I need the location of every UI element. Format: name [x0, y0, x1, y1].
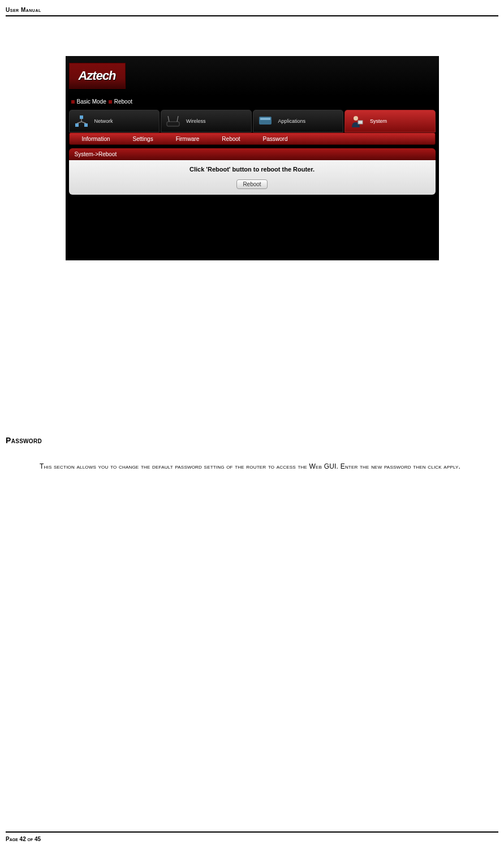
tab-system[interactable]: System	[344, 110, 436, 132]
reboot-message: Click 'Reboot' button to reboot the Rout…	[75, 166, 430, 173]
screenshot-empty-area	[66, 195, 439, 260]
submenu-settings[interactable]: Settings	[133, 136, 153, 142]
tab-wireless[interactable]: Wireless	[161, 110, 252, 132]
reboot-button[interactable]: Reboot	[236, 179, 267, 189]
submenu-information[interactable]: Information	[82, 136, 110, 142]
svg-line-5	[177, 116, 178, 122]
panel-header: System->Reboot	[69, 148, 436, 160]
tab-label: Applications	[278, 118, 306, 124]
section-heading-password: Password	[6, 436, 498, 445]
svg-rect-0	[80, 115, 83, 119]
system-user-icon	[347, 112, 367, 130]
main-tabs: Network Wireless Applications System	[66, 108, 439, 132]
svg-rect-7	[260, 118, 270, 120]
applications-icon	[256, 112, 275, 130]
svg-rect-2	[84, 123, 88, 127]
tab-label: Network	[94, 118, 113, 124]
page-footer: Page 42 of 45	[6, 831, 498, 842]
submenu-password[interactable]: Password	[263, 136, 288, 142]
submenu-firmware[interactable]: Firmware	[176, 136, 200, 142]
tab-label: Wireless	[186, 118, 206, 124]
svg-line-4	[168, 116, 169, 122]
brand-logo-text: Aztech	[78, 68, 115, 83]
tab-applications[interactable]: Applications	[253, 110, 344, 132]
tab-network[interactable]: Network	[69, 110, 160, 132]
breadcrumb-part: Basic Mode	[77, 98, 106, 105]
panel-body: Click 'Reboot' button to reboot the Rout…	[69, 160, 436, 195]
svg-point-8	[354, 116, 358, 121]
brand-logo: Aztech	[69, 63, 126, 89]
breadcrumb-part: Reboot	[114, 98, 132, 105]
logo-row: Aztech	[66, 56, 439, 96]
page-header: User Manual	[6, 7, 498, 16]
submenu-bar: Information Settings Firmware Reboot Pas…	[69, 132, 436, 145]
svg-rect-3	[167, 122, 179, 126]
breadcrumb-bullet-icon	[71, 100, 75, 104]
svg-rect-9	[358, 121, 363, 124]
section-body-password: This section allows you to change the de…	[6, 458, 498, 475]
breadcrumb-bullet-icon	[109, 100, 112, 104]
router-admin-screenshot: Aztech Basic Mode Reboot Network Wireles…	[66, 56, 439, 260]
tab-label: System	[370, 118, 387, 124]
wireless-router-icon	[163, 112, 183, 130]
breadcrumb: Basic Mode Reboot	[66, 96, 439, 108]
reboot-panel: System->Reboot Click 'Reboot' button to …	[69, 148, 436, 195]
svg-rect-1	[75, 123, 79, 127]
network-icon	[72, 112, 91, 130]
submenu-reboot[interactable]: Reboot	[222, 136, 240, 142]
